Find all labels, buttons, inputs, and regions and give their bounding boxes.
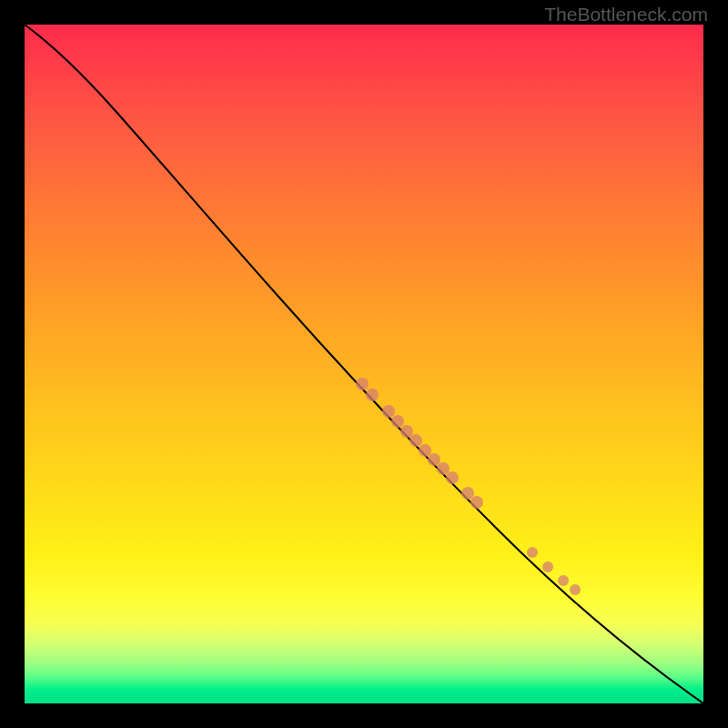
highlighted-points-group [356,378,581,595]
data-point [570,584,581,595]
data-point [461,487,474,500]
chart-plot-area [25,25,703,703]
data-point [446,471,459,484]
data-point [470,496,483,509]
data-point [382,405,395,418]
data-point [527,547,538,558]
data-point [542,561,553,572]
watermark-text: TheBottleneck.com [544,4,708,25]
data-point [419,444,431,457]
data-point [391,415,404,428]
data-point [400,425,413,438]
chart-svg [25,25,703,703]
data-point [558,575,569,586]
data-point [410,434,422,447]
main-curve-line [25,25,703,703]
data-point [366,389,379,401]
data-point [428,453,440,466]
data-point [437,462,450,475]
data-point [356,378,369,390]
